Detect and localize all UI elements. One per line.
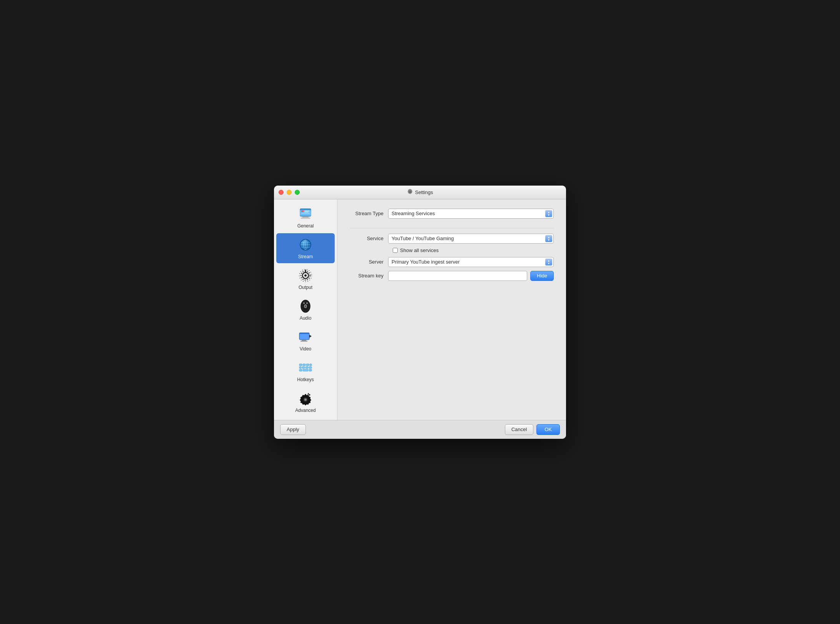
svg-point-24 xyxy=(303,302,305,304)
svg-rect-3 xyxy=(302,216,309,217)
sidebar-item-audio[interactable]: Audio xyxy=(276,295,335,325)
audio-icon xyxy=(298,299,313,314)
sidebar: General xyxy=(274,199,337,420)
sidebar-label-hotkeys: Hotkeys xyxy=(297,377,314,382)
sidebar-item-hotkeys[interactable]: Hotkeys xyxy=(276,356,335,386)
ok-button[interactable]: OK xyxy=(536,424,560,435)
apply-button[interactable]: Apply xyxy=(280,424,306,435)
svg-point-25 xyxy=(306,302,308,304)
settings-window: Settings xyxy=(274,186,566,439)
svg-rect-39 xyxy=(309,367,312,368)
service-select-wrapper: YouTube / YouTube Gaming Twitch Facebook… xyxy=(388,234,554,244)
svg-rect-29 xyxy=(302,340,306,341)
show-all-services-label: Show all services xyxy=(400,247,438,253)
service-select[interactable]: YouTube / YouTube Gaming Twitch Facebook… xyxy=(388,234,554,244)
svg-rect-40 xyxy=(299,369,302,371)
window-title: Settings xyxy=(407,189,433,195)
sidebar-label-video: Video xyxy=(300,346,311,352)
stream-key-row: Stream key 67h8-ehf2-xjmd-14sh Hide xyxy=(350,271,554,281)
minimize-button[interactable] xyxy=(287,190,292,195)
svg-rect-4 xyxy=(301,217,310,219)
footer-right-buttons: Cancel OK xyxy=(505,424,560,435)
window-controls xyxy=(279,190,300,195)
svg-rect-42 xyxy=(309,369,312,371)
server-control: Primary YouTube ingest server Secondary … xyxy=(388,257,554,267)
stream-type-row: Stream Type Streaming Services Custom St… xyxy=(350,209,554,219)
service-label: Service xyxy=(350,236,388,241)
stream-type-select[interactable]: Streaming Services Custom Streaming Serv… xyxy=(388,209,554,219)
advanced-icon xyxy=(298,391,313,406)
sidebar-label-advanced: Advanced xyxy=(295,408,315,413)
server-label: Server xyxy=(350,259,388,265)
svg-rect-6 xyxy=(302,211,302,212)
server-select-wrapper: Primary YouTube ingest server Secondary … xyxy=(388,257,554,267)
hotkeys-icon xyxy=(298,360,313,375)
window-body: General xyxy=(274,199,566,439)
general-icon xyxy=(298,206,313,222)
window-title-text: Settings xyxy=(415,189,433,195)
close-button[interactable] xyxy=(279,190,284,195)
sidebar-item-output[interactable]: Output xyxy=(276,264,335,294)
sidebar-item-stream[interactable]: Stream xyxy=(276,233,335,263)
svg-rect-38 xyxy=(305,367,308,368)
service-row: Service YouTube / YouTube Gaming Twitch … xyxy=(350,234,554,244)
svg-rect-30 xyxy=(300,341,307,342)
server-select[interactable]: Primary YouTube ingest server Secondary … xyxy=(388,257,554,267)
settings-icon xyxy=(407,189,413,195)
maximize-button[interactable] xyxy=(295,190,300,195)
svg-rect-2 xyxy=(300,209,311,210)
svg-rect-41 xyxy=(303,369,308,371)
svg-rect-28 xyxy=(300,333,309,334)
sidebar-label-general: General xyxy=(297,223,314,229)
video-icon xyxy=(298,329,313,345)
sidebar-item-video[interactable]: Video xyxy=(276,325,335,355)
show-all-services-row: Show all services xyxy=(393,247,554,253)
service-control: YouTube / YouTube Gaming Twitch Facebook… xyxy=(388,234,554,244)
stream-key-label: Stream key xyxy=(350,273,388,279)
sidebar-label-audio: Audio xyxy=(300,315,312,321)
stream-type-control: Streaming Services Custom Streaming Serv… xyxy=(388,209,554,219)
footer: Apply Cancel OK xyxy=(274,420,566,439)
svg-rect-34 xyxy=(306,364,309,366)
svg-rect-32 xyxy=(299,364,302,366)
svg-point-46 xyxy=(308,394,309,395)
output-icon xyxy=(298,268,313,283)
server-row: Server Primary YouTube ingest server Sec… xyxy=(350,257,554,267)
stream-type-label: Stream Type xyxy=(350,211,388,216)
stream-key-input[interactable]: 67h8-ehf2-xjmd-14sh xyxy=(388,271,527,281)
svg-rect-1 xyxy=(300,209,311,216)
titlebar: Settings xyxy=(274,186,566,199)
stream-icon xyxy=(298,237,313,252)
svg-point-44 xyxy=(304,398,307,401)
main-content: Stream Type Streaming Services Custom St… xyxy=(337,199,566,420)
sidebar-label-output: Output xyxy=(299,285,312,290)
svg-point-19 xyxy=(304,274,307,277)
svg-rect-36 xyxy=(299,367,301,368)
sidebar-item-advanced[interactable]: Advanced xyxy=(276,387,335,417)
stream-type-select-wrapper: Streaming Services Custom Streaming Serv… xyxy=(388,209,554,219)
svg-rect-35 xyxy=(310,364,312,366)
show-all-services-checkbox[interactable] xyxy=(393,248,398,253)
svg-rect-27 xyxy=(300,333,309,339)
divider-1 xyxy=(350,228,554,228)
svg-rect-37 xyxy=(302,367,305,368)
hide-button[interactable]: Hide xyxy=(530,271,554,281)
stream-key-control: 67h8-ehf2-xjmd-14sh Hide xyxy=(388,271,554,281)
svg-marker-31 xyxy=(309,335,312,338)
content-area: General xyxy=(274,199,566,420)
svg-rect-33 xyxy=(303,364,305,366)
cancel-button[interactable]: Cancel xyxy=(505,424,533,435)
sidebar-item-general[interactable]: General xyxy=(276,202,335,232)
form-section: Stream Type Streaming Services Custom St… xyxy=(350,209,554,285)
svg-point-23 xyxy=(305,305,306,307)
sidebar-label-stream: Stream xyxy=(298,254,313,259)
